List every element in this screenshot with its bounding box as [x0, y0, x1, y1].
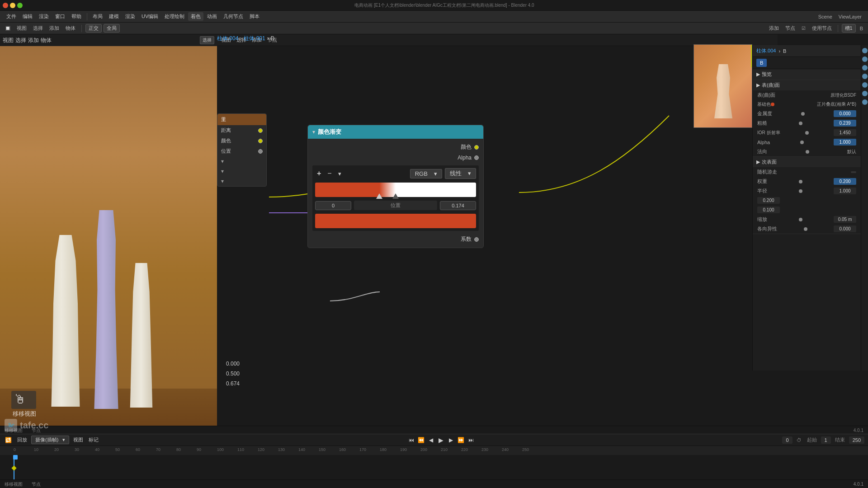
minimize-button[interactable] [10, 3, 15, 8]
orthographic-btn[interactable]: 正交 [85, 24, 102, 33]
tab-animation[interactable]: 动画 [204, 12, 220, 21]
vp-mode-btn[interactable]: 选择 [200, 36, 214, 44]
ss-v4-val[interactable]: 0.100 [757, 206, 780, 213]
tl-playback-label[interactable]: 回放 [16, 436, 28, 443]
tl-mode-btn[interactable]: 摄像(插帧) ▾ [31, 436, 69, 444]
alpha-value[interactable]: 1.000 [834, 139, 856, 145]
ss-weight-value[interactable]: 0.200 [834, 178, 856, 185]
tab-geometry-nodes[interactable]: 几何节点 [221, 12, 246, 21]
viewport-3d: 🖱 移移视图 [0, 34, 217, 434]
slot-btn[interactable]: 槽1 [842, 24, 856, 33]
tab-scripting[interactable]: 脚本 [247, 12, 262, 21]
prev-keyframe-btn[interactable]: ⏪ [417, 436, 425, 444]
jump-to-start-btn[interactable]: ⏮ [407, 436, 415, 444]
tab-paint[interactable]: 处理绘制 [162, 12, 187, 21]
toolbar-add[interactable]: 添加 [47, 24, 61, 33]
sidebar-icon-6[interactable] [862, 91, 868, 96]
close-button[interactable] [3, 3, 8, 8]
basecolor-value[interactable]: 正片叠底(相乘 A*B) [774, 101, 856, 108]
toolbar-mode[interactable]: 🔲 [3, 25, 13, 32]
menu-render[interactable]: 渲染 [36, 12, 52, 21]
use-nodes[interactable]: 使用节点 [810, 24, 834, 33]
metallic-dot [801, 112, 805, 116]
ss-rw-value[interactable] [851, 171, 856, 173]
sidebar-icon-2[interactable] [862, 56, 868, 62]
tab-render[interactable]: 渲染 [123, 12, 138, 21]
jump-to-end-btn[interactable]: ⏭ [467, 436, 475, 444]
subsurface-section-header[interactable]: ▶ 次表面 [753, 157, 861, 167]
vp-add[interactable]: 添加 [28, 37, 39, 44]
tl-marker[interactable]: 标记 [87, 436, 100, 443]
sidebar-icon-3[interactable] [862, 65, 868, 70]
material-slot-active[interactable]: B [756, 59, 767, 67]
surface-section-header[interactable]: ▶ 表(曲)面 [753, 80, 861, 90]
remove-stop-btn[interactable]: − [326, 169, 333, 178]
ss-scale-value[interactable]: 0.05 m [834, 216, 856, 223]
maximize-button[interactable] [17, 3, 23, 8]
start-frame-display[interactable]: 1 [821, 436, 831, 444]
playback-controls: ⏮ ⏪ ◀ ▶ ▶ ⏩ ⏭ [407, 436, 475, 444]
ss-radius-value[interactable]: 1.000 [834, 188, 856, 194]
global-btn[interactable]: 全局 [104, 24, 120, 33]
gradient-stop-2[interactable] [392, 193, 399, 199]
tl-status-move[interactable]: 移移视图 [5, 481, 23, 488]
roughness-value[interactable]: 0.239 [834, 120, 856, 127]
next-frame-btn[interactable]: ▶ [447, 436, 455, 444]
ior-value[interactable]: 1.450 [834, 129, 856, 136]
menu-help[interactable]: 帮助 [69, 12, 84, 21]
prev-frame-btn[interactable]: ◀ [427, 436, 435, 444]
tl-view[interactable]: 视图 [72, 436, 85, 443]
tab-layout[interactable]: 布局 [90, 12, 105, 21]
menu-edit[interactable]: 编辑 [20, 12, 35, 21]
metallic-value[interactable]: 0.000 [834, 110, 856, 117]
vp-select[interactable]: 选择 [15, 37, 26, 44]
window-bar: 电商动画 [E1个人文档\blender\blender AIGc工程文档\第二… [0, 0, 868, 11]
normal-value[interactable]: 默认 [847, 149, 856, 155]
node-label[interactable]: 节点 [783, 24, 797, 33]
toolbar-view[interactable]: 视图 [14, 24, 29, 33]
tab-modeling[interactable]: 建模 [106, 12, 122, 21]
preview-section-header[interactable]: ▶ 预览 [753, 69, 861, 80]
gradient-stop-1[interactable] [376, 193, 382, 199]
vp-object[interactable]: 物体 [41, 37, 52, 44]
color-preview[interactable] [315, 214, 476, 228]
ss-v3-val[interactable]: 0.200 [757, 197, 780, 204]
expand-gradient-btn[interactable]: ▾ [336, 170, 343, 178]
toolbar-object[interactable]: 物体 [63, 24, 78, 33]
add-stop-btn[interactable]: + [315, 169, 323, 178]
expand-btn-2[interactable]: ▾ [217, 166, 266, 176]
sidebar-icon-4[interactable] [862, 74, 868, 79]
breadcrumb-item2[interactable]: 柱体.001 [244, 35, 265, 42]
statusbar: 移移视图 节点 4.0.1 [0, 426, 868, 435]
tab-uv[interactable]: UV编辑 [139, 12, 161, 21]
keyframe-0[interactable] [11, 465, 16, 470]
rgb-selector[interactable]: RGB ▾ [410, 169, 442, 178]
timeline-track[interactable] [0, 455, 868, 479]
position-value[interactable]: 0.174 [440, 201, 476, 210]
menu-file[interactable]: 文件 [4, 12, 19, 21]
next-keyframe-btn[interactable]: ⏩ [457, 436, 465, 444]
ss-weight-dot [799, 180, 802, 183]
end-frame-display[interactable]: 250 [849, 436, 864, 444]
stop-index[interactable]: 0 [315, 201, 351, 210]
vp-view[interactable]: 视图 [3, 37, 14, 44]
current-frame-display[interactable]: 0 [782, 436, 792, 444]
toolbar-select[interactable]: 选择 [31, 24, 45, 33]
menu-window[interactable]: 窗口 [52, 12, 68, 21]
expand-btn-3[interactable]: ▾ [217, 176, 266, 186]
collapse-icon[interactable]: ▾ [312, 129, 315, 135]
sidebar-icon-7[interactable] [862, 99, 868, 105]
node-add[interactable]: 添加 [767, 24, 781, 33]
gradient-bar[interactable] [315, 183, 476, 197]
play-btn[interactable]: ▶ [437, 436, 445, 444]
sidebar-icon-1[interactable] [862, 48, 868, 53]
ss-radius-dot [799, 189, 802, 193]
breadcrumb-item1[interactable]: 柱体.004 [217, 35, 238, 42]
sidebar-icon-5[interactable] [862, 82, 868, 88]
expand-btn-1[interactable]: ▾ [217, 156, 266, 166]
linear-selector[interactable]: 线性 ▾ [445, 168, 476, 179]
timeline-toolbar: 🔁 回放 摄像(插帧) ▾ 视图 标记 ⏮ ⏪ ◀ ▶ ▶ ⏩ ⏭ 0 ⏱ 起始… [0, 434, 868, 446]
tab-shading[interactable]: 着色 [188, 12, 203, 21]
ss-aniso-value[interactable]: 0.000 [834, 225, 856, 232]
surface-type-value[interactable]: 原理化BSDF [830, 92, 856, 99]
